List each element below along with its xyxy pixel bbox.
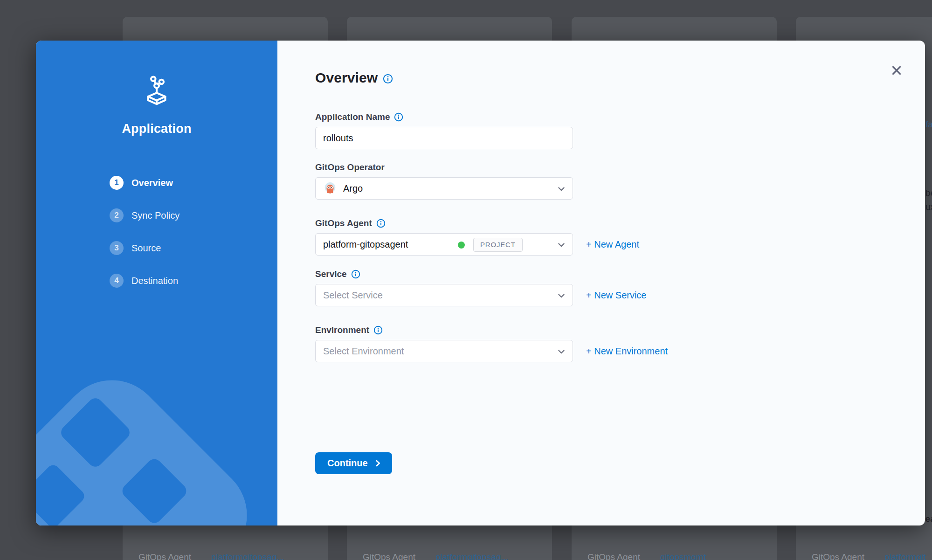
info-icon[interactable] [351,270,360,279]
gitops-agent-label: GitOps Agent [138,552,191,560]
gitops-agent-label: GitOps Agent [812,552,864,560]
gitops-agent-label: GitOps Agent [315,218,372,228]
gitops-agent-value: platformgitopsag... [211,552,284,560]
info-icon[interactable] [383,74,393,84]
clipped-text-fragment: be [925,188,932,198]
step-overview[interactable]: 1 Overview [110,166,277,199]
clipped-text-fragment: fa [925,119,932,130]
gitops-agent-value: platform-gitopsagent [323,239,408,250]
gitops-agent-value: platformgitopsag... [435,552,508,560]
step-destination[interactable]: 4 Destination [110,264,277,297]
wizard-title: Application [36,122,277,136]
step-label: Sync Policy [131,210,179,221]
step-number: 3 [110,241,124,255]
application-icon [138,74,175,111]
wizard-sidebar: Application 1 Overview 2 Sync Policy 3 S… [36,41,277,525]
close-icon[interactable] [891,64,903,76]
environment-select[interactable]: Select Environment [315,340,573,362]
chevron-down-icon [557,347,566,356]
step-sync-policy[interactable]: 2 Sync Policy [110,199,277,232]
environment-placeholder: Select Environment [323,346,404,357]
step-label: Overview [131,178,173,188]
agent-health-dot [458,242,465,249]
page-title: Overview [315,70,378,86]
chevron-down-icon [557,240,566,249]
new-environment-link[interactable]: + New Environment [586,346,668,357]
argo-icon [323,181,337,195]
agent-scope-badge: PROJECT [473,238,523,252]
step-number: 4 [110,274,124,288]
continue-button[interactable]: Continue [315,452,392,474]
info-icon[interactable] [394,112,403,122]
step-label: Source [131,243,161,254]
step-source[interactable]: 3 Source [110,232,277,264]
step-label: Destination [131,276,178,286]
gitops-agent-label: GitOps Agent [587,552,640,560]
gitops-agent-value: platformgit [884,552,926,560]
chevron-down-icon [557,184,566,194]
service-label: Service [315,269,347,279]
gitops-agent-select[interactable]: platform-gitopsagent PROJECT [315,233,573,256]
gitops-operator-select[interactable]: Argo [315,177,573,200]
application-wizard-modal: Application 1 Overview 2 Sync Policy 3 S… [36,41,925,525]
gitops-agent-value: gitopsmgmt [660,552,706,560]
new-service-link[interactable]: + New Service [586,290,647,301]
chevron-right-icon [374,459,382,467]
wizard-steps: 1 Overview 2 Sync Policy 3 Source 4 Dest… [110,166,277,297]
gitops-operator-value: Argo [343,183,363,194]
gitops-agent-label: GitOps Agent [363,552,415,560]
application-name-input[interactable] [315,127,573,149]
service-placeholder: Select Service [323,290,383,301]
info-icon[interactable] [373,325,383,335]
step-number: 1 [110,176,124,190]
wizard-content: Overview Application Name GitOps [277,41,925,525]
continue-label: Continue [327,458,368,469]
step-number: 2 [110,208,124,222]
chevron-down-icon [557,291,566,300]
info-icon[interactable] [376,219,386,228]
environment-label: Environment [315,325,369,335]
clipped-text-fragment: ux [925,202,932,212]
service-select[interactable]: Select Service [315,284,573,306]
new-agent-link[interactable]: + New Agent [586,239,639,250]
gitops-operator-label: GitOps Operator [315,162,385,173]
application-name-label: Application Name [315,112,390,122]
